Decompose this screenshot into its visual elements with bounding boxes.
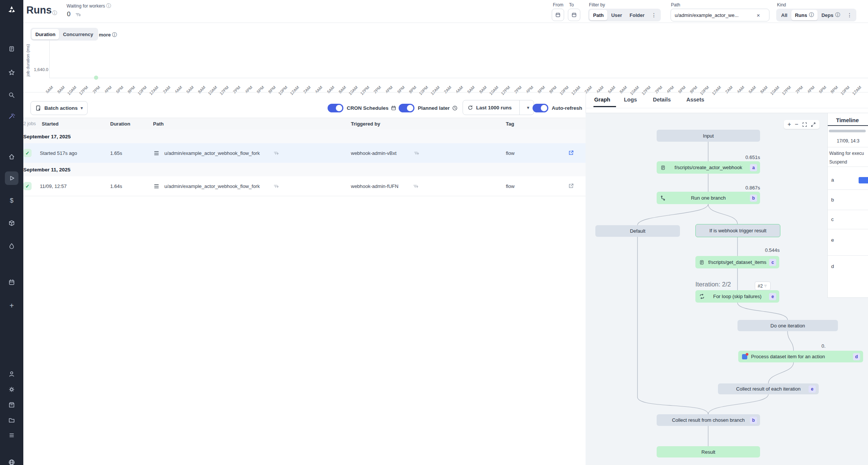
flow-node-if-webhook-branch[interactable]: If is webhook trigger result xyxy=(695,224,780,237)
table-row[interactable] xyxy=(23,143,586,163)
flow-node-for-loop[interactable]: For loop (skip failures) e xyxy=(695,290,779,303)
tab-concurrency[interactable]: Concurrency xyxy=(59,29,97,39)
filter-tab-path[interactable]: Path xyxy=(589,10,607,20)
row-triggered-by[interactable]: webhook-admin-fUFN xyxy=(351,183,398,189)
flow-node-get-dataset-items[interactable]: f/scripts/get_dataset_items c xyxy=(695,256,779,268)
from-date-button[interactable] xyxy=(552,9,564,21)
filter-funnel-icon[interactable] xyxy=(273,151,279,156)
filter-more-kebab-icon[interactable]: ⋮ xyxy=(648,12,660,18)
external-link-icon[interactable] xyxy=(568,150,574,156)
row-tag[interactable]: flow xyxy=(506,150,514,156)
row-duration[interactable]: 1.65s xyxy=(110,150,122,156)
table-row[interactable] xyxy=(23,176,586,196)
step-badge: e xyxy=(769,293,776,300)
node-duration-partial: 0. xyxy=(815,343,826,349)
batch-actions-button[interactable]: Batch actions ▾ xyxy=(30,101,88,115)
filter-tab-folder[interactable]: Folder xyxy=(626,10,648,20)
timeline-bar[interactable] xyxy=(859,177,868,183)
tab-logs[interactable]: Logs xyxy=(624,97,637,103)
flow-node-input[interactable]: Input xyxy=(657,130,760,142)
waiting-info-icon[interactable]: ⓘ xyxy=(106,3,111,9)
typescript-icon xyxy=(742,354,747,359)
flow-node-run-one-branch[interactable]: Run one branch b xyxy=(657,192,760,204)
path-input[interactable] xyxy=(674,12,754,18)
row-tag[interactable]: flow xyxy=(506,183,514,189)
tab-details[interactable]: Details xyxy=(653,97,671,103)
col-path: Path xyxy=(153,121,164,127)
flow-node-result[interactable]: Result xyxy=(657,446,760,457)
wand-icon[interactable] xyxy=(5,109,18,123)
kind-tab-runs[interactable]: Runsⓘ xyxy=(791,10,818,20)
timeline-title[interactable]: Timeline xyxy=(836,117,859,123)
flow-node-collect-chosen-branch[interactable]: Collect result from chosen branch b xyxy=(657,414,760,426)
timeline-row-label: d xyxy=(831,264,834,269)
chart-data-point[interactable] xyxy=(94,76,98,80)
row-duration[interactable]: 1.64s xyxy=(110,183,122,189)
timeline-divider xyxy=(828,210,868,210)
flow-node-process-dataset-item[interactable]: Process dataset item for an action d xyxy=(738,351,863,362)
user-icon[interactable] xyxy=(5,367,18,381)
last-runs-button[interactable]: Last 1000 runs ▾ xyxy=(463,100,534,115)
kind-tab-all[interactable]: All xyxy=(777,10,791,20)
calendar-icon[interactable] xyxy=(5,276,18,289)
filter-by-segmented: Path User Folder ⋮ xyxy=(588,9,661,21)
clear-path-icon[interactable]: × xyxy=(757,12,760,18)
refresh-icon xyxy=(467,105,473,111)
tab-assets[interactable]: Assets xyxy=(686,97,704,103)
star-icon[interactable] xyxy=(5,66,18,79)
auto-refresh-toggle[interactable] xyxy=(533,104,548,112)
last-runs-main[interactable]: Last 1000 runs xyxy=(463,105,516,111)
row-path[interactable]: u/admin/example_actor_webhook_flow_fork xyxy=(164,183,260,189)
gear-icon[interactable] xyxy=(5,383,18,396)
flow-node-default-branch[interactable]: Default xyxy=(595,225,680,237)
flow-graph-canvas[interactable]: + − Input 0.651s f/scripts/create_actor_… xyxy=(586,113,868,465)
last-runs-chevron[interactable]: ▾ xyxy=(523,105,534,110)
row-triggered-by[interactable]: webhook-admin-vBxt xyxy=(351,150,396,156)
row-started[interactable]: 11/09, 12:57 xyxy=(40,183,67,189)
runs-icon[interactable] xyxy=(5,171,18,185)
cron-schedules-label: CRON Schedules xyxy=(347,105,396,111)
timeline-scrollbar[interactable] xyxy=(829,130,866,132)
filter-funnel-icon[interactable] xyxy=(273,184,279,189)
planned-later-toggle[interactable] xyxy=(399,104,414,112)
flow-icon xyxy=(154,150,159,156)
page-title: Runs xyxy=(26,5,52,16)
droplet-icon[interactable] xyxy=(5,239,18,253)
fit-view-icon[interactable] xyxy=(802,122,807,127)
cube-icon[interactable] xyxy=(5,217,18,230)
zoom-in-icon[interactable]: + xyxy=(788,121,791,127)
tab-graph[interactable]: Graph xyxy=(594,97,610,103)
apps-icon[interactable] xyxy=(5,42,18,56)
flow-node-do-one-iteration[interactable]: Do one iteration xyxy=(737,320,838,331)
globe-icon[interactable] xyxy=(5,456,18,465)
filter-funnel-icon[interactable] xyxy=(413,184,419,189)
menu-icon[interactable] xyxy=(5,429,18,442)
windmill-logo-icon[interactable] xyxy=(5,3,18,17)
row-path[interactable]: u/admin/example_actor_webhook_flow_fork xyxy=(164,150,260,156)
zoom-out-icon[interactable]: − xyxy=(795,121,798,127)
box-icon[interactable] xyxy=(5,398,18,412)
flow-node-create-actor-webhook[interactable]: f/scripts/create_actor_webhook a xyxy=(657,161,760,174)
cron-schedules-toggle[interactable] xyxy=(328,104,343,112)
filter-tab-user[interactable]: User xyxy=(607,10,626,20)
dollar-icon[interactable]: $ xyxy=(5,194,18,208)
folder-icon[interactable] xyxy=(5,414,18,427)
plus-icon[interactable]: + xyxy=(5,299,18,312)
filter-funnel-icon[interactable] xyxy=(75,12,81,18)
flow-node-collect-each-iteration[interactable]: Collect result of each iteration e xyxy=(718,383,819,394)
tab-duration[interactable]: Duration xyxy=(32,29,59,39)
home-icon[interactable] xyxy=(5,150,18,164)
expand-icon[interactable] xyxy=(811,122,816,127)
filter-funnel-icon[interactable] xyxy=(414,151,419,156)
calendar-icon xyxy=(391,105,396,111)
to-date-button[interactable] xyxy=(568,9,580,21)
kind-tab-deps[interactable]: Depsⓘ xyxy=(818,10,844,20)
iteration-selector[interactable]: #2 xyxy=(755,282,771,290)
col-duration: Duration xyxy=(110,121,130,127)
title-info-icon[interactable]: ⓘ xyxy=(52,10,57,17)
runs-page: $ + Runs ⓘ Waiting for w xyxy=(0,0,868,465)
row-started[interactable]: Started 517s ago xyxy=(40,150,77,156)
external-link-icon[interactable] xyxy=(568,183,574,189)
date-group-row: September 17, 2025 xyxy=(23,130,586,144)
kind-more-kebab-icon[interactable]: ⋮ xyxy=(844,12,855,18)
